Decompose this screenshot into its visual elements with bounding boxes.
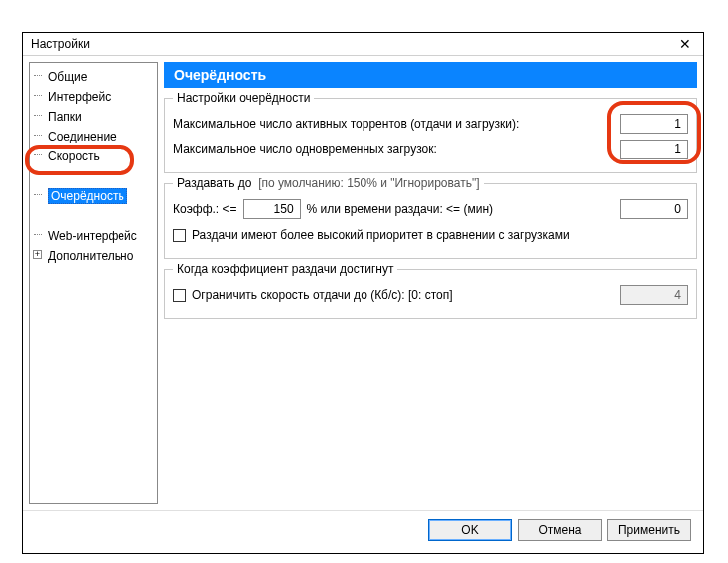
tree-item-speed[interactable]: Скорость xyxy=(34,146,155,166)
ok-button[interactable]: OK xyxy=(428,519,512,541)
limit-upload-input xyxy=(620,285,688,305)
max-active-label: Максимальное число активных торрентов (о… xyxy=(173,117,519,131)
max-downloads-input[interactable] xyxy=(620,140,688,159)
close-icon[interactable]: ✕ xyxy=(675,36,695,52)
coef-input[interactable] xyxy=(243,199,301,219)
limit-upload-checkbox[interactable] xyxy=(173,289,186,302)
group-label: Раздавать до [по умолчанию: 150% и "Игно… xyxy=(173,176,484,190)
group-queue-settings: Настройки очерёдности Максимальное число… xyxy=(164,98,697,173)
tree-item-general[interactable]: Общие xyxy=(34,67,155,87)
seed-time-input[interactable] xyxy=(620,199,688,219)
category-tree[interactable]: Общие Интерфейс Папки Соединение Скорост… xyxy=(29,62,158,504)
group-seed-until: Раздавать до [по умолчанию: 150% и "Игно… xyxy=(164,183,697,259)
group-label: Когда коэффициент раздачи достигнут xyxy=(173,262,397,276)
max-active-input[interactable] xyxy=(620,114,688,134)
expand-icon[interactable]: + xyxy=(33,250,42,259)
tree-item-interface[interactable]: Интерфейс xyxy=(34,87,155,107)
main-panel: Очерёдность Настройки очерёдности Максим… xyxy=(164,62,697,504)
priority-checkbox[interactable] xyxy=(173,229,186,242)
tree-item-advanced[interactable]: + Дополнительно xyxy=(34,246,155,266)
dialog-buttons: OK Отмена Применить xyxy=(23,510,703,549)
limit-upload-label: Ограничить скорость отдачи до (Кб/с): [0… xyxy=(192,288,453,302)
cancel-button[interactable]: Отмена xyxy=(518,519,602,541)
titlebar: Настройки ✕ xyxy=(23,33,703,56)
apply-button[interactable]: Применить xyxy=(607,519,691,541)
group-label: Настройки очерёдности xyxy=(173,91,314,105)
settings-dialog: Настройки ✕ Общие Интерфейс Папки Соедин… xyxy=(22,32,704,554)
priority-checkbox-label: Раздачи имеют более высокий приоритет в … xyxy=(192,228,570,242)
page-title: Очерёдность xyxy=(164,62,697,88)
window-title: Настройки xyxy=(31,37,675,51)
tree-item-connection[interactable]: Соединение xyxy=(34,127,155,146)
tree-item-queueing[interactable]: Очерёдность xyxy=(34,186,155,206)
max-downloads-label: Максимальное число одновременных загрузо… xyxy=(173,142,437,156)
tree-item-folders[interactable]: Папки xyxy=(34,107,155,127)
group-ratio-reached: Когда коэффициент раздачи достигнут Огра… xyxy=(164,269,697,319)
tree-item-webui[interactable]: Web-интерфейс xyxy=(34,226,155,246)
coef-label: Коэфф.: <= xyxy=(173,202,237,216)
percent-time-label: % или времени раздачи: <= (мин) xyxy=(307,202,493,216)
